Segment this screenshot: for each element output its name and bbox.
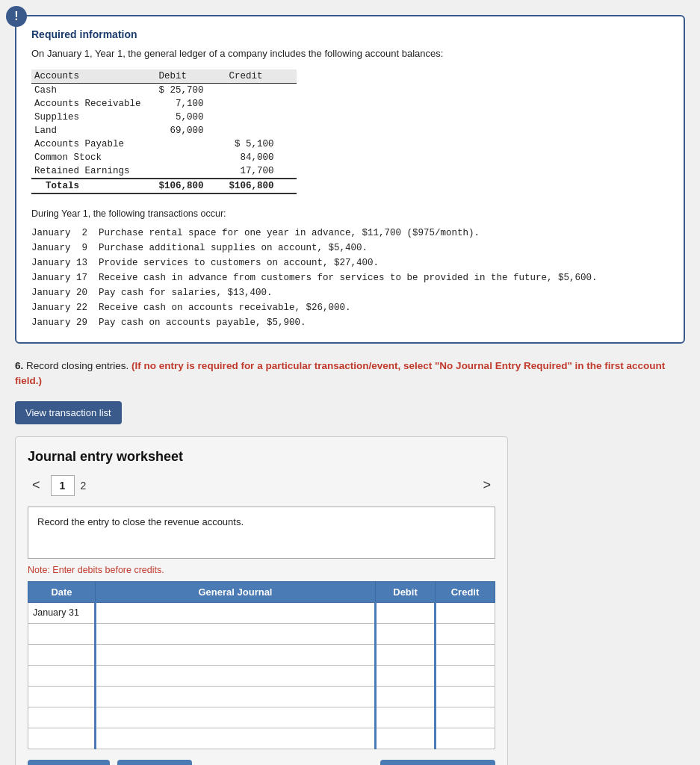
journal-cell[interactable] [96, 644, 376, 665]
next-page-button[interactable]: > [478, 476, 495, 495]
journal-cell[interactable] [96, 707, 376, 728]
credit-amount [226, 84, 297, 98]
debit-amount [156, 137, 226, 151]
journal-cell[interactable] [96, 602, 376, 623]
journal-input[interactable] [96, 624, 374, 644]
credit-input[interactable] [436, 645, 495, 665]
debit-cell[interactable] [376, 602, 436, 623]
credit-cell[interactable] [436, 665, 495, 686]
totals-label: Totals [31, 179, 156, 193]
journal-cell[interactable] [96, 623, 376, 644]
col-accounts: Accounts [31, 69, 156, 84]
debit-cell[interactable] [376, 728, 436, 749]
journal-cell[interactable] [96, 728, 376, 749]
debit-input[interactable] [377, 624, 434, 644]
journal-cell[interactable] [96, 686, 376, 707]
debit-input[interactable] [377, 707, 434, 728]
record-entry-button[interactable]: Record entry [28, 760, 110, 766]
journal-input[interactable] [96, 707, 374, 728]
credit-amount [226, 124, 297, 137]
debit-cell[interactable] [376, 707, 436, 728]
table-row: Cash $ 25,700 [31, 84, 297, 98]
transaction-item: January 9 Purchase additional supplies o… [31, 241, 669, 255]
credit-cell[interactable] [436, 644, 495, 665]
debit-amount [156, 164, 226, 179]
clear-entry-button[interactable]: Clear entry [117, 760, 192, 766]
transaction-item: January 29 Pay cash on accounts payable,… [31, 315, 669, 330]
worksheet-title: Journal entry worksheet [28, 449, 495, 465]
credit-input[interactable] [436, 707, 495, 728]
account-name: Land [31, 124, 156, 137]
credit-amount: 17,700 [226, 164, 297, 179]
credit-input[interactable] [436, 624, 495, 644]
debit-cell[interactable] [376, 623, 436, 644]
date-cell [28, 665, 96, 686]
credit-amount: 84,000 [226, 151, 297, 164]
credit-input[interactable] [436, 728, 495, 749]
total-pages: 2 [81, 480, 87, 492]
debit-cell[interactable] [376, 644, 436, 665]
debit-input[interactable] [377, 645, 434, 665]
journal-cell[interactable] [96, 665, 376, 686]
table-row: Land 69,000 [31, 124, 297, 137]
col-header-date: Date [28, 581, 96, 602]
account-name: Retained Earnings [31, 164, 156, 179]
transactions-section: During Year 1, the following transaction… [31, 206, 669, 330]
journal-input[interactable] [96, 603, 374, 623]
debit-input[interactable] [377, 603, 434, 623]
table-row: Accounts Receivable 7,100 [31, 97, 297, 111]
col-debit: Debit [156, 69, 226, 84]
journal-input[interactable] [96, 645, 374, 665]
col-header-journal: General Journal [96, 581, 376, 602]
journal-input[interactable] [96, 666, 374, 686]
prev-page-button[interactable]: < [28, 476, 45, 495]
journal-table: Date General Journal Debit Credit Januar… [28, 581, 495, 749]
credit-cell[interactable] [436, 686, 495, 707]
debit-cell[interactable] [376, 665, 436, 686]
credit-cell[interactable] [436, 707, 495, 728]
view-general-journal-button[interactable]: View general journal [380, 760, 495, 766]
credit-input[interactable] [436, 687, 495, 707]
transaction-item: January 20 Pay cash for salaries, $13,40… [31, 285, 669, 300]
debit-input[interactable] [377, 728, 434, 749]
page-navigation: < 1 2 > [28, 475, 495, 496]
credit-cell[interactable] [436, 602, 495, 623]
account-name: Accounts Payable [31, 137, 156, 151]
view-transaction-button[interactable]: View transaction list [15, 401, 122, 424]
transaction-item: January 2 Purchase rental space for one … [31, 226, 669, 241]
journal-row [28, 686, 495, 707]
col-credit: Credit [226, 69, 297, 84]
journal-input[interactable] [96, 728, 374, 749]
page-container: ! Required information On January 1, Yea… [15, 15, 685, 765]
note-text: Note: Enter debits before credits. [28, 565, 495, 575]
credit-cell[interactable] [436, 623, 495, 644]
transaction-item: January 17 Receive cash in advance from … [31, 270, 669, 285]
credit-input[interactable] [436, 603, 495, 623]
date-cell: January 31 [28, 602, 96, 623]
table-row: Common Stock 84,000 [31, 151, 297, 164]
credit-cell[interactable] [436, 728, 495, 749]
balance-table: Accounts Debit Credit Cash $ 25,700 Acco… [31, 69, 297, 194]
journal-row [28, 644, 495, 665]
date-cell [28, 644, 96, 665]
table-row: Retained Earnings 17,700 [31, 164, 297, 179]
debit-cell[interactable] [376, 686, 436, 707]
debit-amount: 69,000 [156, 124, 226, 137]
journal-row [28, 728, 495, 749]
credit-amount [226, 97, 297, 111]
table-row: Accounts Payable $ 5,100 [31, 137, 297, 151]
journal-row [28, 623, 495, 644]
debit-amount: $ 25,700 [156, 84, 226, 98]
date-cell [28, 707, 96, 728]
debit-amount [156, 151, 226, 164]
credit-input[interactable] [436, 666, 495, 686]
totals-row: Totals $106,800 $106,800 [31, 179, 297, 193]
debit-input[interactable] [377, 666, 434, 686]
date-cell [28, 623, 96, 644]
journal-input[interactable] [96, 687, 374, 707]
debit-input[interactable] [377, 687, 434, 707]
required-info-title: Required information [31, 28, 669, 40]
journal-row [28, 707, 495, 728]
total-credit: $106,800 [226, 179, 297, 193]
col-header-credit: Credit [436, 581, 495, 602]
